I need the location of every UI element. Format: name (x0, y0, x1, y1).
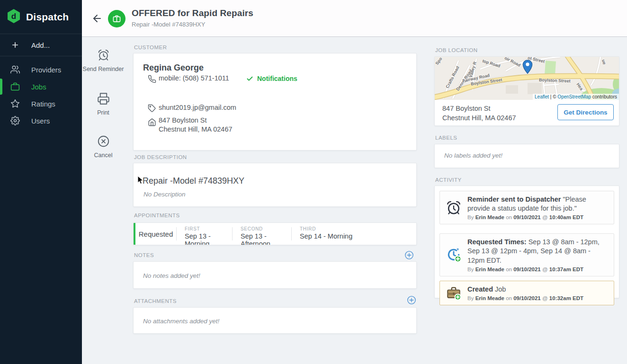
slot-ordinal: THIRD (300, 226, 416, 231)
star-icon (10, 99, 20, 108)
brand-name: Dispatch (26, 11, 69, 23)
sidebar-item-jobs[interactable]: Jobs (0, 78, 82, 95)
activity-item-meta: By Erin Meade on 09/10/2021 @ 10:37am ED… (467, 266, 608, 272)
sidebar-item-users[interactable]: Users (0, 112, 82, 129)
map-attribution: Leaflet | © OpenStreetMap contributors (533, 94, 619, 100)
labels-empty: No labels added yet! (444, 152, 502, 159)
send-reminder-label: Send Reminder (82, 66, 124, 72)
phone-icon (148, 75, 156, 83)
attachments-card: No attachments added yet! (133, 307, 417, 334)
activity-item-created: Created Job By Erin Meade on 09/10/2021 … (439, 281, 614, 305)
sidebar-item-label: Providers (31, 66, 61, 74)
alarm-clock-icon (440, 195, 467, 220)
leaflet-link[interactable]: Leaflet (535, 94, 549, 99)
dispatch-logo-icon: d (7, 9, 21, 26)
job-description-section-label: JOB DESCRIPTION (134, 154, 187, 160)
plus-circle-icon (404, 250, 414, 260)
activity-item-body: Reminder sent to Dispatcher "Please prov… (467, 195, 610, 220)
activity-item-meta: By Erin Meade on 09/10/2021 @ 10:32am ED… (467, 295, 608, 301)
sidebar: d Dispatch Add... Providers (0, 0, 82, 364)
location-address-line1: 847 Boylston St (442, 105, 491, 112)
openstreetmap-link[interactable]: OpenStreetMap (557, 94, 591, 99)
activity-card: Reminder sent to Dispatcher "Please prov… (434, 186, 619, 298)
tag-icon (148, 104, 156, 113)
appointment-status: Requested (135, 223, 176, 245)
briefcase-add-icon (440, 285, 467, 301)
slot-ordinal: FIRST (185, 226, 232, 231)
page-title: OFFERED for Rapid Repairs (132, 8, 253, 18)
job-description-card[interactable]: Repair -Model #74839HXY No Description (133, 163, 417, 207)
activity-item-title: Requested Times: Sep 13 @ 8am - 12pm, Se… (467, 238, 608, 265)
slot-value: Sep 14 - Morning (300, 232, 416, 240)
sidebar-item-providers[interactable]: Providers (0, 61, 82, 78)
customer-name: Regina George (143, 63, 204, 73)
plus-circle-icon (407, 295, 416, 305)
activity-item-title: Created Job (467, 285, 608, 294)
activity-section-label: ACTIVITY (435, 177, 462, 183)
add-attachment-button[interactable] (406, 295, 417, 306)
get-directions-button[interactable]: Get Directions (557, 104, 614, 120)
attachments-section-label: ATTACHMENTS (134, 298, 177, 304)
cancel-button[interactable]: Cancel (82, 135, 124, 159)
customer-phone: mobile: (508) 571-1011 (159, 74, 229, 82)
brand-logo-row[interactable]: d Dispatch (0, 0, 82, 34)
x-circle-icon (97, 135, 110, 148)
gear-icon (10, 116, 20, 125)
svg-text:d: d (11, 12, 16, 21)
cancel-label: Cancel (82, 152, 124, 159)
print-button[interactable]: Print (82, 92, 124, 116)
back-button[interactable] (90, 12, 104, 26)
sidebar-item-label: Ratings (31, 100, 55, 108)
clock-add-icon (440, 238, 467, 272)
attachments-empty: No attachments added yet! (143, 318, 219, 325)
labels-section-label: LABELS (435, 135, 457, 141)
jobs-icon (10, 82, 20, 91)
notifications-status: Notifications (257, 75, 297, 82)
providers-icon (10, 65, 20, 74)
slot-value: Sep 13 - Afternoon (241, 232, 291, 245)
printer-icon (97, 92, 110, 105)
activity-item-body: Requested Times: Sep 13 @ 8am - 12pm, Se… (467, 238, 610, 272)
activity-item-body: Created Job By Erin Meade on 09/10/2021 … (467, 285, 610, 301)
briefcase-icon (112, 14, 121, 23)
activity-item-meta: By Erin Meade on 09/10/2021 @ 10:40am ED… (467, 214, 608, 220)
location-address-line2: Chestnut Hill, MA 02467 (442, 114, 516, 122)
activity-item-reminder: Reminder sent to Dispatcher "Please prov… (439, 191, 614, 224)
sidebar-item-label: Add... (31, 41, 50, 49)
page-header: OFFERED for Rapid Repairs Repair -Model … (82, 0, 627, 37)
attribution-suffix: contributors (592, 94, 617, 99)
notes-empty: No notes added yet! (143, 272, 200, 279)
slot-ordinal: SECOND (241, 226, 291, 231)
customer-address-line2: Chestnut Hill, MA 02467 (159, 125, 233, 133)
sidebar-item-add[interactable]: Add... (0, 34, 82, 56)
labels-card: No labels added yet! (434, 144, 619, 168)
appointments-card: Requested FIRST Sep 13 - Morning SECOND … (133, 222, 417, 245)
sidebar-nav: Providers Jobs Ratings Users (0, 56, 82, 129)
appointment-slot-first: FIRST Sep 13 - Morning (177, 223, 232, 245)
job-description-title: Repair -Model #74839HXY (143, 176, 244, 186)
map[interactable]: Spo Crafts Road Denny Road Valley R Fair… (435, 57, 619, 100)
job-location-section-label: JOB LOCATION (435, 47, 478, 53)
customer-card: Regina George mobile: (508) 571-1011 Not… (133, 53, 417, 151)
sidebar-item-label: Users (31, 117, 50, 125)
appointments-section-label: APPOINTMENTS (134, 213, 180, 218)
send-reminder-button[interactable]: Send Reminder (82, 49, 124, 72)
customer-section-label: CUSTOMER (134, 44, 167, 50)
activity-item-title: Reminder sent to Dispatcher "Please prov… (467, 195, 608, 213)
activity-item-requested-times: Requested Times: Sep 13 @ 8am - 12pm, Se… (439, 233, 614, 276)
customer-address-line1: 847 Boylston St (159, 116, 207, 124)
job-type-badge (108, 10, 125, 27)
appointment-slot-third: THIRD Sep 14 - Morning (292, 223, 416, 245)
sidebar-item-ratings[interactable]: Ratings (0, 95, 82, 112)
job-location-card: Spo Crafts Road Denny Road Valley R Fair… (434, 56, 619, 126)
notes-card: No notes added yet! (133, 261, 417, 289)
check-icon (246, 75, 253, 82)
customer-email: shunt2019.jp@gmail.com (159, 104, 236, 111)
add-note-button[interactable] (404, 250, 414, 261)
page-subtitle: Repair -Model #74839HXY (132, 21, 205, 28)
active-indicator (0, 79, 2, 95)
notes-section-label: NOTES (134, 252, 154, 258)
alarm-clock-icon (97, 49, 110, 62)
sidebar-item-label: Jobs (31, 83, 46, 91)
print-label: Print (82, 109, 124, 116)
